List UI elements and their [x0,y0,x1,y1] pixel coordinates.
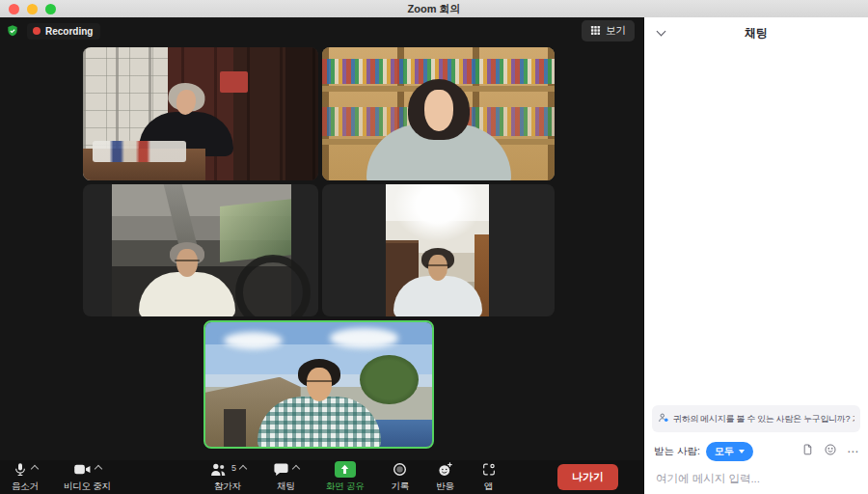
view-button[interactable]: 보기 [582,20,635,41]
meeting-toolbar: 음소거 비디오 중지 [0,460,643,494]
chat-footer: 귀하의 메시지를 볼 수 있는 사람은 누구입니까? 기록이 켜져 있음 받는 … [644,399,868,494]
apps-button[interactable]: 앱 [479,461,499,493]
meeting-topbar: Recording 보기 [0,17,643,44]
share-screen-button[interactable]: 화면 공유 [324,461,366,493]
chat-button[interactable]: 채팅 [271,461,301,493]
grid-view-icon [590,25,601,38]
camera-icon [73,461,92,481]
attach-file-icon[interactable] [801,443,814,460]
recording-indicator: Recording [27,23,100,40]
share-screen-icon [335,461,356,478]
chat-panel-title: 채팅 [644,25,868,41]
video-feed [205,322,432,447]
participant-silhouette [258,363,381,449]
emoji-icon[interactable] [824,443,837,460]
chat-panel-header: 채팅 [644,17,868,48]
participant-silhouette [139,245,235,316]
participants-label: 참가자 [214,480,241,493]
participant-silhouette [366,84,511,180]
dropdown-arrow-icon [739,450,745,453]
participant-video-tile-2[interactable] [322,47,555,180]
recording-dot-icon [33,27,41,35]
participant-silhouette [393,251,482,316]
participants-button[interactable]: 5 참가자 [207,461,248,493]
participants-options-caret-icon[interactable] [239,465,247,473]
reactions-button[interactable]: 반응 [434,461,456,493]
chat-panel: 채팅 귀하의 메시지를 볼 수 있는 사람은 누구입니까? 기록이 켜져 있음 … [643,17,868,494]
zoom-app-window: Zoom 회의 Recording 보기 [0,0,868,494]
apps-label: 앱 [484,480,493,493]
recording-label: Recording [45,26,93,37]
video-feed [112,184,291,316]
titlebar: Zoom 회의 [0,0,868,17]
video-feed [386,184,489,316]
chat-message-input[interactable] [652,471,860,486]
mute-options-caret-icon[interactable] [31,465,39,473]
window-title: Zoom 회의 [0,2,868,16]
security-shield-icon[interactable] [6,24,19,38]
chat-bubble-icon [273,461,289,481]
person-info-icon [658,410,669,427]
participant-video-tile-4[interactable] [322,184,555,316]
mute-label: 음소거 [12,480,39,493]
record-label: 기록 [392,480,410,493]
mute-button[interactable]: 음소거 [10,461,41,493]
chat-privacy-notice-text: 귀하의 메시지를 볼 수 있는 사람은 누구입니까? 기록이 켜져 있음 [673,413,854,425]
chat-recipient-row: 받는 사람: 모두 ⋯ [654,442,858,461]
participant-video-tile-5-active-speaker[interactable] [203,320,434,449]
video-options-caret-icon[interactable] [95,465,102,473]
apps-icon [481,461,497,481]
chat-message-list[interactable] [644,48,868,399]
record-button[interactable]: 기록 [390,461,412,493]
recipient-select-dropdown[interactable]: 모두 [706,442,753,461]
participants-count: 5 [231,463,236,473]
chat-label: 채팅 [277,480,295,493]
to-label: 받는 사람: [654,445,700,458]
chat-privacy-notice[interactable]: 귀하의 메시지를 볼 수 있는 사람은 누구입니까? 기록이 켜져 있음 [652,405,860,432]
reactions-smiley-icon [437,461,453,481]
reactions-label: 반응 [436,480,454,493]
view-button-label: 보기 [606,24,626,38]
stop-video-label: 비디오 중지 [64,480,111,493]
stop-video-button[interactable]: 비디오 중지 [62,461,113,493]
microphone-icon [13,461,28,481]
participants-icon [209,461,228,481]
leave-meeting-button[interactable]: 나가기 [557,464,618,490]
share-screen-label: 화면 공유 [326,480,365,493]
participant-video-tile-3[interactable] [83,184,318,316]
video-feed [322,47,555,180]
record-circle-icon [392,461,408,481]
more-options-icon[interactable]: ⋯ [847,446,858,457]
meeting-area: Recording 보기 [0,17,643,494]
participant-video-tile-1[interactable] [83,47,318,180]
chat-options-caret-icon[interactable] [292,465,300,473]
video-feed [83,47,318,180]
recipient-value: 모두 [715,445,734,458]
